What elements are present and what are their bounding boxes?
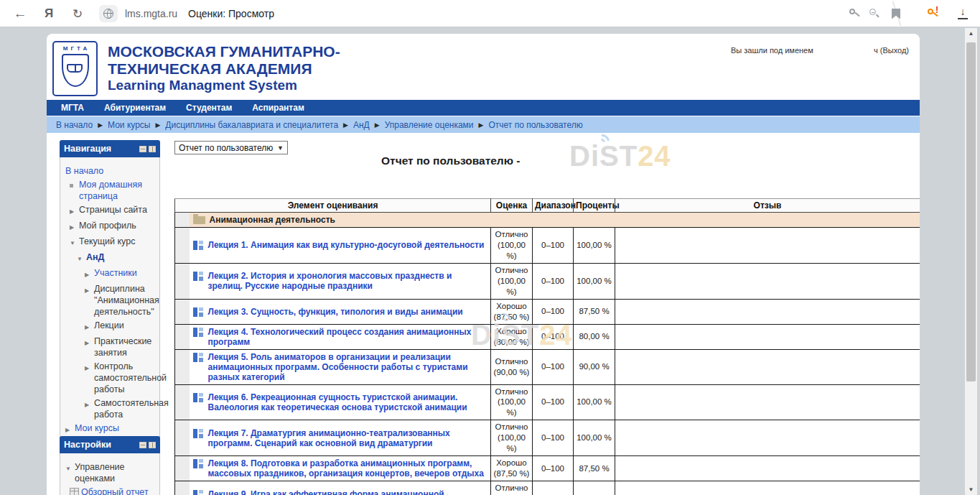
indent-cell	[175, 384, 190, 420]
navigation-item-label: Мои курсы	[75, 422, 157, 434]
main-navbar: МГТААбитуриентамСтудентамАспирантам	[47, 100, 920, 116]
feedback-cell	[615, 456, 920, 481]
navigation-item-1[interactable]: Моя домашняя страница	[62, 179, 157, 202]
browser-toolbar: ← Я ↻ lms.mgta.ru Оценки: Просмотр ! ↓	[0, 0, 980, 27]
navigation-item-label: Участники	[94, 267, 157, 279]
navigation-item-5[interactable]: ▼АнД	[62, 251, 157, 265]
scrollbar-thumb[interactable]	[966, 42, 976, 381]
item-link[interactable]: Лекция 6. Рекреационная сущность туристс…	[208, 392, 487, 412]
percent-cell: 100,00 %	[574, 384, 615, 420]
logout-link[interactable]: ч (Выход)	[874, 46, 909, 55]
navigation-item-8[interactable]: ▶Лекции	[62, 320, 157, 333]
item-link[interactable]: Лекция 7. Драматургия анимационно-театра…	[208, 428, 487, 448]
navigation-block-title: Навигация	[64, 144, 137, 154]
breadcrumb-link-4[interactable]: Управление оценками	[385, 120, 474, 130]
navbar-item-2[interactable]: Студентам	[186, 103, 232, 113]
breadcrumb-link-3[interactable]: АнД	[353, 120, 370, 130]
block-dock-icon[interactable]	[149, 442, 156, 448]
percent-cell: 100,00 %	[574, 263, 615, 299]
item-name-cell: Лекция 4. Технологический процесс создан…	[190, 324, 491, 349]
scroll-up-icon[interactable]: ▲	[965, 28, 977, 39]
navigation-item-11[interactable]: ▶Самостоятельная работа	[62, 397, 157, 420]
refresh-icon[interactable]: ↻	[69, 5, 86, 22]
range-cell: 0–100	[533, 228, 574, 264]
tree-expanded-icon: ▼	[77, 251, 86, 265]
block-collapse-icon[interactable]	[139, 146, 146, 152]
item-name: Лекция 3. Сущность, функция, типология и…	[193, 307, 487, 317]
lesson-icon	[193, 272, 204, 281]
bookmark-icon[interactable]	[889, 5, 903, 22]
item-name: Лекция 6. Рекреационная сущность туристс…	[193, 392, 487, 412]
grade-cell: Хорошо(87,50 %)	[491, 299, 533, 324]
passwords-key-icon[interactable]	[847, 5, 862, 22]
indent-cell	[175, 228, 190, 264]
item-name: Лекция 8. Подготовка и разработка анимац…	[193, 458, 487, 478]
navigation-item-7[interactable]: ▶Дисциплина "Анимационная деятельность"	[62, 283, 157, 318]
tree-collapsed-icon: ▶	[65, 422, 75, 436]
item-link[interactable]: Лекция 3. Сущность, функция, типология и…	[208, 307, 463, 317]
breadcrumb-link-1[interactable]: Мои курсы	[108, 120, 150, 130]
protect-key-alert-icon[interactable]: !	[925, 5, 941, 22]
item-link[interactable]: Лекция 5. Роль аниматоров в организации …	[208, 352, 487, 382]
tree-collapsed-icon: ▶	[70, 220, 79, 233]
site-globe-chip[interactable]	[99, 5, 118, 22]
report-type-select[interactable]: Отчет по пользователю ▼	[174, 141, 288, 154]
table-row: Лекция 6. Рекреационная сущность туристс…	[175, 384, 920, 420]
range-cell: 0–100	[533, 384, 574, 420]
navigation-item-9[interactable]: ▶Практические занятия	[62, 336, 157, 358]
table-row: Лекция 4. Технологический процесс создан…	[175, 324, 920, 349]
settings-item-1[interactable]: Обзорный отчет	[62, 486, 157, 495]
scroll-down-icon[interactable]: ▼	[965, 484, 977, 495]
breadcrumb-link-5[interactable]: Отчет по пользователю	[489, 120, 583, 130]
navigation-item-3[interactable]: ▶Мой профиль	[62, 220, 157, 233]
yandex-logo-icon[interactable]: Я	[40, 5, 57, 22]
feedback-cell	[615, 228, 920, 264]
lesson-icon-part	[199, 490, 203, 494]
item-name-cell: Лекция 1. Анимация как вид культурно-дос…	[190, 228, 491, 264]
grade-word: Отлично	[492, 229, 531, 240]
item-name: Лекция 2. История и хронология массовых …	[193, 271, 487, 291]
settings-item-0[interactable]: ▼Управление оценками	[62, 461, 157, 484]
navigation-item-0[interactable]: В начало	[62, 165, 157, 177]
lesson-icon	[193, 459, 204, 468]
block-dock-icon[interactable]	[149, 146, 156, 152]
grade-report-icon	[70, 488, 79, 495]
url-host[interactable]: lms.mgta.ru	[125, 8, 177, 19]
settings-block-header: Настройки	[60, 436, 160, 453]
item-link[interactable]: Лекция 9. Игра как эффективная форма ани…	[208, 489, 487, 495]
lesson-icon-part	[199, 398, 203, 402]
navigation-item-6[interactable]: ▶Участники	[62, 267, 157, 281]
back-icon[interactable]: ←	[11, 5, 29, 22]
folder-icon	[193, 216, 205, 224]
navigation-item-label: АнД	[86, 251, 157, 263]
navigation-item-4[interactable]: ▼Текущий курс	[62, 236, 157, 249]
page-title-text: Оценки: Просмотр	[188, 8, 274, 19]
range-cell: 0–100	[533, 324, 574, 349]
item-link[interactable]: Лекция 1. Анимация как вид культурно-дос…	[208, 240, 485, 250]
breadcrumb-link-2[interactable]: Дисциплины бакалавриата и специалитета	[165, 120, 338, 130]
feedback-cell	[615, 420, 920, 456]
item-link[interactable]: Лекция 2. История и хронология массовых …	[208, 271, 487, 291]
lesson-icon-part	[199, 393, 203, 397]
navigation-item-12[interactable]: ▶Мои курсы	[62, 422, 157, 436]
breadcrumb-link-0[interactable]: В начало	[56, 120, 93, 130]
downloads-icon[interactable]: ↓	[955, 5, 971, 22]
indent-cell	[175, 349, 190, 384]
lesson-icon-part	[193, 459, 197, 468]
navigation-item-2[interactable]: ▶Страницы сайта	[62, 204, 157, 218]
vertical-scrollbar[interactable]: ▲ ▼	[965, 28, 977, 495]
lesson-icon	[193, 328, 204, 337]
navbar-item-1[interactable]: Абитуриентам	[104, 103, 166, 113]
block-collapse-icon[interactable]	[139, 442, 146, 448]
navbar-item-3[interactable]: Аспирантам	[252, 103, 304, 113]
item-link[interactable]: Лекция 8. Подготовка и разработка анимац…	[208, 458, 487, 478]
lesson-icon	[193, 429, 204, 438]
grade-percent: (100,00 %)	[492, 432, 531, 454]
navigation-item-10[interactable]: ▶Контроль самостоятельной работы	[62, 361, 157, 395]
table-row: Лекция 9. Игра как эффективная форма ани…	[175, 481, 920, 495]
percent-cell: 100,00 %	[574, 481, 615, 495]
navbar-item-0[interactable]: МГТА	[61, 103, 84, 113]
item-link[interactable]: Лекция 4. Технологический процесс создан…	[208, 327, 487, 347]
page-search-icon[interactable]	[867, 5, 882, 22]
lesson-icon-part	[199, 333, 203, 337]
